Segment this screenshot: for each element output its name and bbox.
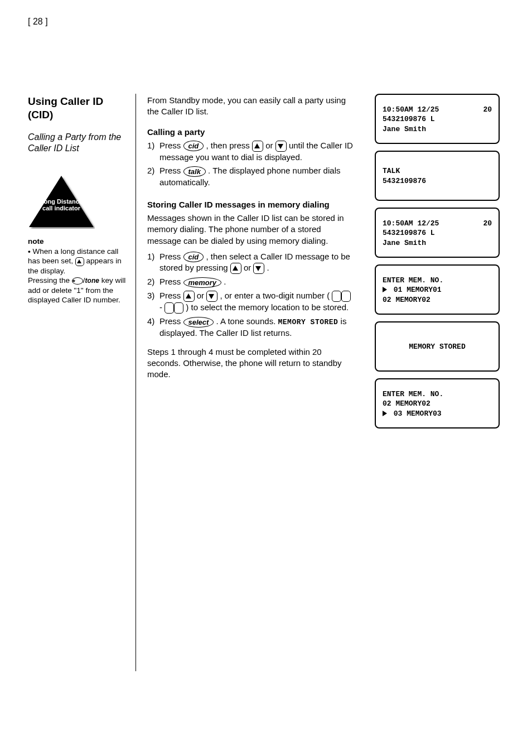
section-subheading: Calling a Party from the Caller ID List: [28, 132, 128, 155]
lcd-screen-2: TALK 5432109876: [375, 151, 500, 201]
manual-page: [ 28 ] Using Caller ID (CID) Calling a P…: [0, 0, 532, 756]
up-arrow-icon: [75, 257, 84, 266]
storing-heading: Storing Caller ID messages in memory dia…: [147, 199, 355, 210]
txt: Press: [159, 316, 183, 326]
store-step-1: 1) Press cid , then select a Caller ID m…: [147, 251, 355, 275]
cid-key: cid: [183, 141, 204, 151]
lcd-datetime: 10:50AM 12/25: [383, 219, 439, 229]
intro-para: From Standby mode, you can easily call a…: [147, 95, 355, 118]
step-number: 1): [147, 140, 159, 163]
down-arrow-key: [206, 291, 217, 302]
txt: ) to select the memory location to be st…: [186, 302, 349, 312]
step-2: 2) Press talk . The displayed phone numb…: [147, 165, 355, 188]
lcd-line: ENTER MEM. NO.: [383, 389, 492, 399]
step-number: 4): [147, 316, 159, 339]
step-number: 3): [147, 290, 159, 314]
lcd-screen-4: ENTER MEM. NO. 01 MEMORY01 02 MEMORY02: [375, 264, 500, 315]
lcd-datetime: 10:50AM 12/25: [383, 105, 439, 115]
lcd-name: Jane Smith: [383, 124, 492, 134]
lcd-line: 03 MEMORY03: [383, 409, 492, 419]
note-block: note • When a long distance call has bee…: [28, 237, 128, 305]
cid-key: cid: [183, 252, 204, 262]
txt: or: [244, 263, 254, 272]
store-step-4: 4) Press select . A tone sounds. MEMORY …: [147, 316, 355, 339]
step-1: 1) Press cid , then press or until the C…: [147, 140, 355, 163]
select-key: select: [183, 317, 214, 328]
txt: Press: [159, 166, 183, 175]
lcd-line: 02 MEMORY02: [383, 399, 492, 409]
outro-para: Steps 1 through 4 must be completed with…: [147, 346, 355, 381]
txt: , then press: [206, 141, 252, 150]
long-distance-indicator: Long Distance call indicator: [28, 176, 128, 229]
up-arrow-key: [183, 291, 195, 302]
store-step-3: 3) Press or , or enter a two-digit numbe…: [147, 290, 355, 314]
lcd-number: 5432109876 L: [383, 228, 492, 238]
column-divider: [136, 94, 136, 671]
txt: -: [159, 302, 165, 312]
lcd-name: Jane Smith: [383, 238, 492, 248]
step-number: 2): [147, 276, 159, 288]
note-label: note: [28, 237, 44, 245]
lcd-screen-3: 10:50AM 12/25 20 5432109876 L Jane Smith: [375, 208, 500, 258]
memory-key: memory: [183, 277, 222, 288]
star-tone-key: *: [72, 277, 83, 285]
txt: or: [265, 141, 275, 150]
center-column: From Standby mode, you can easily call a…: [147, 95, 355, 389]
digit-box: [165, 302, 174, 314]
memory-stored-display: MEMORY STORED: [278, 318, 338, 326]
up-arrow-key: [252, 141, 263, 152]
txt: or: [197, 291, 207, 300]
down-arrow-key: [253, 263, 264, 274]
page-number: [ 28 ]: [28, 17, 48, 27]
txt: Press: [159, 141, 183, 150]
lcd-line: TALK: [383, 166, 492, 176]
lcd-screen-5: MEMORY STORED: [375, 321, 500, 372]
lcd-line: 01 MEMORY01: [383, 285, 492, 295]
calling-heading: Calling a party: [147, 127, 355, 138]
digit-box: [332, 291, 341, 302]
txt: .: [224, 277, 226, 286]
note-body-3: Pressing the: [28, 276, 72, 285]
triangle-text-1: Long Distance: [40, 198, 83, 205]
lcd-screen-1: 10:50AM 12/25 20 5432109876 L Jane Smith: [375, 94, 500, 144]
txt: , or enter a two-digit number (: [220, 291, 330, 300]
lcd-count: 20: [483, 219, 492, 229]
storing-intro: Messages shown in the Caller ID list can…: [147, 213, 355, 247]
talk-key: talk: [183, 166, 206, 177]
digit-box: [341, 291, 351, 302]
lcd-count: 20: [483, 105, 492, 115]
left-column: Using Caller ID (CID) Calling a Party fr…: [28, 95, 128, 305]
lcd-line: ENTER MEM. NO.: [383, 276, 492, 286]
lcd-line: 02 MEMORY02: [383, 295, 492, 305]
section-heading: Using Caller ID (CID): [28, 95, 128, 122]
right-column: 10:50AM 12/25 20 5432109876 L Jane Smith…: [375, 94, 503, 435]
lcd-screen-6: ENTER MEM. NO. 02 MEMORY02 03 MEMORY03: [375, 378, 500, 428]
lcd-line: MEMORY STORED: [383, 342, 492, 352]
pointer-icon: [383, 287, 387, 292]
txt: . A tone sounds.: [216, 316, 278, 326]
digit-box: [174, 302, 183, 314]
store-step-2: 2) Press memory .: [147, 276, 355, 288]
lcd-line: 5432109876: [383, 176, 492, 186]
step-number: 2): [147, 165, 159, 188]
lcd-number: 5432109876 L: [383, 114, 492, 124]
down-arrow-key: [275, 141, 287, 152]
step-number: 1): [147, 251, 159, 275]
txt: Press: [159, 252, 183, 261]
txt: Press: [159, 277, 183, 286]
up-arrow-key: [230, 263, 241, 274]
txt: Press: [159, 291, 183, 300]
pointer-icon: [383, 411, 387, 416]
triangle-text-2: call indicator: [42, 205, 80, 211]
txt: .: [267, 263, 269, 272]
